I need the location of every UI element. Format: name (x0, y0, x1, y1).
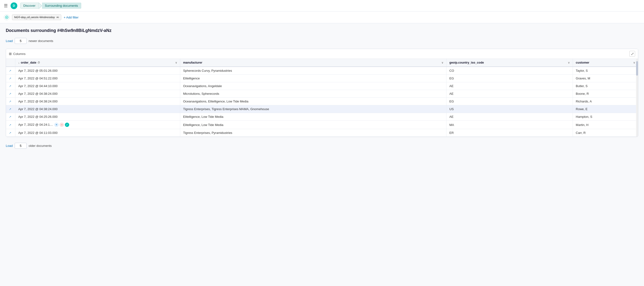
columns-button[interactable]: ⊞ Columns (9, 52, 26, 56)
row-expand-cell: ↗ (6, 98, 16, 105)
row-add-filter-icon[interactable]: + (54, 123, 59, 127)
cell-geo: EG (446, 98, 573, 105)
breadcrumb: Discover Surrounding documents (20, 2, 81, 9)
cell-order-date: Apr 7, 2022 @ 04:51:22.000 (16, 75, 180, 82)
row-expand-cell: ↗ (6, 121, 16, 129)
table-row: ↗Apr 7, 2022 @ 04:51:22.000Elitelligence… (6, 75, 638, 82)
top-navigation: ☰ D Discover Surrounding documents (0, 0, 644, 11)
cell-customer: Graves, M (573, 75, 638, 82)
cell-customer: Martin, H (573, 121, 638, 129)
cell-geo: AE (446, 113, 573, 121)
row-expand-cell: ↗ (6, 82, 16, 90)
page-title: Documents surrounding #4hSw9n8BiLgNmdzV-… (6, 28, 638, 33)
cell-manufacturer: Elitelligence, Low Tide Media (180, 121, 446, 129)
cell-order-date: Apr 7, 2022 @ 04:24:1…+−✓ (16, 121, 180, 129)
breadcrumb-current: Surrounding documents (42, 3, 81, 9)
cell-customer: Rowe, E (573, 105, 638, 113)
cell-manufacturer: Tigress Enterprises, Tigress Enterprises… (180, 105, 446, 113)
row-check-icon[interactable]: ✓ (65, 123, 69, 127)
table-wrapper: ↓ order_date ⏱ ∨ manufacturer ∨ (6, 59, 638, 137)
expand-row-button[interactable]: ↗ (9, 77, 11, 80)
expand-row-button[interactable]: ↗ (9, 115, 11, 119)
cell-geo: AE (446, 90, 573, 98)
filter-chip-not-day-of-week: NOT day_of_week: Wednesday ✕ (12, 14, 61, 20)
cell-manufacturer: Tigress Enterprises, Pyramidustries (180, 129, 446, 137)
cell-geo: EG (446, 75, 573, 82)
expand-row-button[interactable]: ↗ (9, 69, 11, 72)
order-date-info-icon: ⏱ (38, 61, 40, 64)
load-older-count-input[interactable] (15, 143, 27, 149)
cell-manufacturer: Spherecords Curvy, Pyramidustries (180, 67, 446, 75)
row-expand-cell: ↗ (6, 90, 16, 98)
order-date-chevron-icon[interactable]: ∨ (175, 61, 177, 64)
cell-manufacturer: Oceanavigations, Elitelligence, Low Tide… (180, 98, 446, 105)
table-row: ↗Apr 7, 2022 @ 04:24:1…+−✓Elitelligence,… (6, 121, 638, 129)
load-older-button[interactable]: Load (6, 144, 13, 147)
th-customer: customer ∨ (573, 59, 638, 67)
row-expand-cell: ↗ (6, 105, 16, 113)
filter-chip-close-icon[interactable]: ✕ (56, 15, 59, 19)
cell-customer: Taylor, S (573, 67, 638, 75)
cell-order-date: Apr 7, 2022 @ 04:25:26.000 (16, 113, 180, 121)
geo-chevron-icon[interactable]: ∨ (568, 61, 570, 64)
cell-manufacturer: Elitelligence, Low Tide Media (180, 113, 446, 121)
filter-options-icon[interactable] (4, 14, 10, 20)
customer-chevron-icon[interactable]: ∨ (633, 61, 635, 64)
load-newer-button[interactable]: Load (6, 39, 13, 43)
expand-table-icon[interactable]: ⤢ (629, 51, 635, 57)
cell-order-date: Apr 7, 2022 @ 04:11:03.000 (16, 129, 180, 137)
cell-geo: ER (446, 129, 573, 137)
cell-order-date: Apr 7, 2022 @ 05:01:26.000 (16, 67, 180, 75)
documents-table: ↓ order_date ⏱ ∨ manufacturer ∨ (6, 59, 638, 137)
th-customer-label: customer (576, 61, 589, 64)
sort-desc-icon: ↓ (18, 61, 20, 64)
columns-icon: ⊞ (9, 52, 12, 56)
th-manufacturer-label: manufacturer (183, 61, 202, 64)
cell-manufacturer: Elitelligence (180, 75, 446, 82)
columns-label: Columns (13, 52, 26, 56)
load-newer-label: newer documents (28, 39, 53, 43)
cell-order-date: Apr 7, 2022 @ 04:38:24.000 (16, 98, 180, 105)
th-expand (6, 59, 16, 67)
breadcrumb-discover[interactable]: Discover (20, 3, 39, 9)
cell-order-date: Apr 7, 2022 @ 04:38:24.000 (16, 105, 180, 113)
cell-manufacturer: Microlutions, Spherecords (180, 90, 446, 98)
table-toolbar: ⊞ Columns ⤢ (6, 49, 638, 59)
expand-row-button[interactable]: ↗ (9, 108, 11, 111)
load-older-label: older documents (28, 144, 52, 147)
cell-manufacturer: Oceanavigations, Angeldale (180, 82, 446, 90)
th-order-date: ↓ order_date ⏱ ∨ (16, 59, 180, 67)
filter-bar: NOT day_of_week: Wednesday ✕ + Add filte… (0, 11, 644, 23)
load-newer-count-input[interactable] (15, 38, 27, 44)
row-expand-cell: ↗ (6, 113, 16, 121)
expand-row-button[interactable]: ↗ (9, 100, 11, 103)
row-remove-filter-icon[interactable]: − (60, 123, 64, 127)
cell-customer: Carr, R (573, 129, 638, 137)
table-row: ↗Apr 7, 2022 @ 04:38:24.000Microlutions,… (6, 90, 638, 98)
load-older-row: Load older documents (6, 143, 638, 149)
table-row: ↗Apr 7, 2022 @ 04:25:26.000Elitelligence… (6, 113, 638, 121)
cell-customer: Boone, R (573, 90, 638, 98)
manufacturer-chevron-icon[interactable]: ∨ (442, 61, 443, 64)
expand-row-button[interactable]: ↗ (9, 92, 11, 96)
load-newer-row: Load newer documents (6, 38, 638, 44)
row-expand-cell: ↗ (6, 129, 16, 137)
table-header-row: ↓ order_date ⏱ ∨ manufacturer ∨ (6, 59, 638, 67)
th-manufacturer: manufacturer ∨ (180, 59, 446, 67)
th-geo: geoip.country_iso_code ∨ (446, 59, 573, 67)
add-filter-button[interactable]: + Add filter (64, 15, 78, 19)
cell-geo: CO (446, 67, 573, 75)
avatar: D (10, 2, 17, 9)
table-row: ↗Apr 7, 2022 @ 04:44:10.000Oceanavigatio… (6, 82, 638, 90)
expand-row-button[interactable]: ↗ (9, 123, 11, 127)
expand-row-button[interactable]: ↗ (9, 131, 11, 135)
expand-row-button[interactable]: ↗ (9, 84, 11, 88)
cell-customer: Richards, A (573, 98, 638, 105)
scrollbar-thumb[interactable] (636, 61, 638, 76)
hamburger-menu-icon[interactable]: ☰ (4, 3, 8, 8)
th-geo-label: geoip.country_iso_code (449, 61, 484, 64)
main-content: Documents surrounding #4hSw9n8BiLgNmdzV-… (0, 23, 644, 158)
cell-geo: US (446, 105, 573, 113)
documents-table-container: ⊞ Columns ⤢ ↓ order_date ⏱ ∨ (6, 49, 638, 137)
cell-order-date: Apr 7, 2022 @ 04:38:24.000 (16, 90, 180, 98)
